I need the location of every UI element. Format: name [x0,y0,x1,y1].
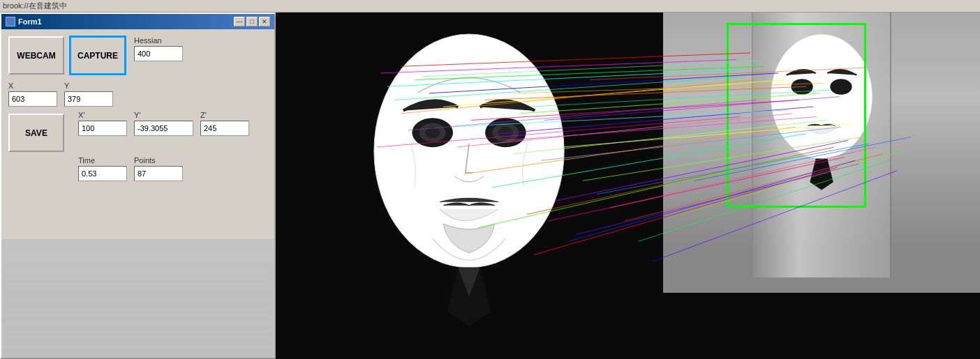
svg-point-3 [426,127,440,139]
time-label: Time [78,156,127,165]
zprime-field: Z' [200,111,249,136]
form-panel: Form1 — □ ✕ WEBCAM CAPTURE Hessian X [0,13,276,359]
yprime-input[interactable] [134,121,193,136]
close-button[interactable]: ✕ [259,17,270,26]
window-controls: — □ ✕ [234,17,270,26]
bottom-preview [1,239,274,358]
green-bounding-box [727,23,866,208]
form-title-bar: Form1 — □ ✕ [1,14,274,29]
zprime-label: Z' [200,111,249,119]
primes-group: X' Y' Z' [78,111,249,152]
time-points-row: Time Points [8,156,267,181]
browser-title-bar: brook://在音建筑中 [0,0,980,13]
spacer [8,156,64,181]
form-title: Form1 [18,17,42,26]
x-label: X [8,82,57,90]
zprime-input[interactable] [200,121,249,136]
hessian-input[interactable] [134,46,183,61]
right-image-region [663,13,980,305]
yprime-field: Y' [134,111,193,136]
yprime-label: Y' [134,111,193,119]
left-image-region [276,13,663,359]
xprime-label: X' [78,111,127,119]
form-title-left: Form1 [6,17,42,26]
restore-button[interactable]: □ [246,17,258,26]
y-input[interactable] [64,91,113,107]
image-panel [276,13,980,359]
preview-blur-content [1,239,274,358]
top-buttons-row: WEBCAM CAPTURE Hessian [8,36,267,75]
save-button[interactable]: SAVE [8,114,64,152]
browser-url: brook://在音建筑中 [3,1,67,11]
save-button-area: SAVE [8,114,64,152]
form-icon [6,17,15,26]
xprime-yprime-zprime-row: X' Y' Z' [78,111,249,136]
svg-point-6 [498,127,513,139]
black-bottom-right [663,293,980,359]
hessian-label: Hessian [134,36,183,45]
time-field: Time [78,156,127,181]
points-field: Points [134,156,183,181]
save-xprime-row: SAVE X' Y' Z' [8,111,267,152]
xprime-field: X' [78,111,127,136]
anonymous-mask-svg [357,20,581,333]
minimize-button[interactable]: — [234,17,245,26]
xprime-input[interactable] [78,121,127,136]
xy-row: X Y [8,82,267,107]
points-label: Points [134,156,183,165]
time-input[interactable] [78,166,127,181]
x-field: X [8,82,57,107]
y-field: Y [64,82,113,107]
capture-button[interactable]: CAPTURE [70,36,126,75]
points-input[interactable] [134,166,183,181]
image-container [276,13,980,359]
x-input[interactable] [8,91,57,107]
y-label: Y [64,82,113,90]
webcam-button[interactable]: WEBCAM [8,36,64,75]
hessian-field: Hessian [134,36,183,75]
